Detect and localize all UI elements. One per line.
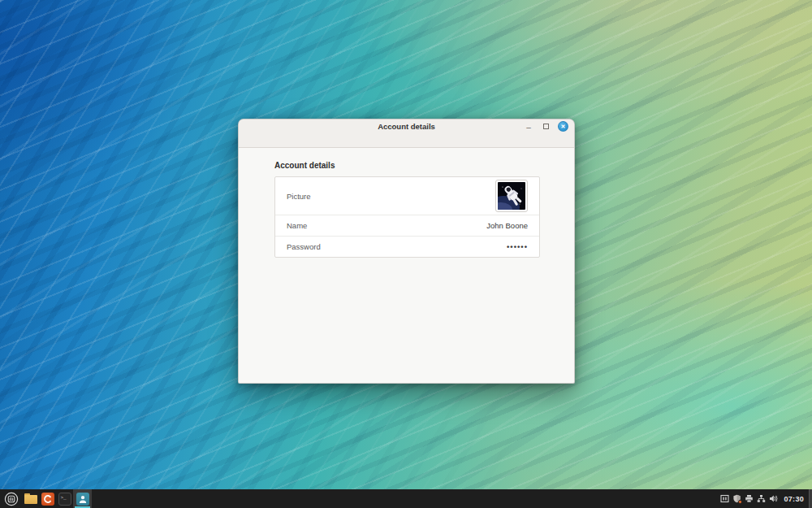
files-launcher[interactable] [22, 489, 39, 508]
user-accounts-icon [76, 493, 89, 506]
minimize-button[interactable]: – [524, 121, 533, 131]
password-value: •••••• [507, 242, 528, 251]
maximize-button[interactable] [541, 121, 551, 131]
taskbar: >_ [0, 489, 812, 508]
password-row[interactable]: Password •••••• [275, 236, 539, 257]
show-desktop-button[interactable] [809, 489, 812, 508]
updates-available-badge [738, 500, 742, 504]
taskbar-clock[interactable]: 07:30 [780, 495, 809, 503]
picture-button[interactable] [495, 180, 528, 212]
folder-icon [24, 493, 37, 504]
account-settings-card: Picture [274, 176, 540, 258]
section-title: Account details [274, 161, 538, 170]
account-details-window: Account details – ✕ Account details Pict… [238, 119, 575, 384]
mint-menu-button[interactable] [0, 489, 22, 508]
terminal-launcher[interactable]: >_ [56, 489, 73, 508]
name-value: John Boone [486, 221, 528, 230]
mint-logo-icon [4, 492, 19, 506]
volume-tray-icon[interactable] [767, 489, 780, 508]
astronaut-avatar-image [498, 182, 525, 210]
window-content: Account details Picture [239, 148, 574, 258]
update-manager-shield-icon[interactable] [731, 489, 743, 508]
name-row[interactable]: Name John Boone [275, 215, 539, 236]
firefox-launcher[interactable] [39, 489, 56, 508]
taskbar-window-user-accounts[interactable] [73, 489, 92, 508]
picture-label: Picture [287, 192, 311, 201]
password-label: Password [287, 242, 321, 251]
name-label: Name [287, 221, 307, 230]
network-tray-icon[interactable] [755, 489, 767, 508]
terminal-icon: >_ [58, 493, 71, 506]
window-titlebar[interactable]: Account details – ✕ [239, 119, 574, 148]
firefox-icon [41, 493, 54, 506]
close-button[interactable]: ✕ [558, 121, 568, 132]
maximize-icon [543, 124, 549, 129]
printer-tray-icon[interactable] [743, 489, 755, 508]
window-list-tray-icon[interactable] [719, 489, 731, 508]
picture-row[interactable]: Picture [275, 177, 539, 215]
